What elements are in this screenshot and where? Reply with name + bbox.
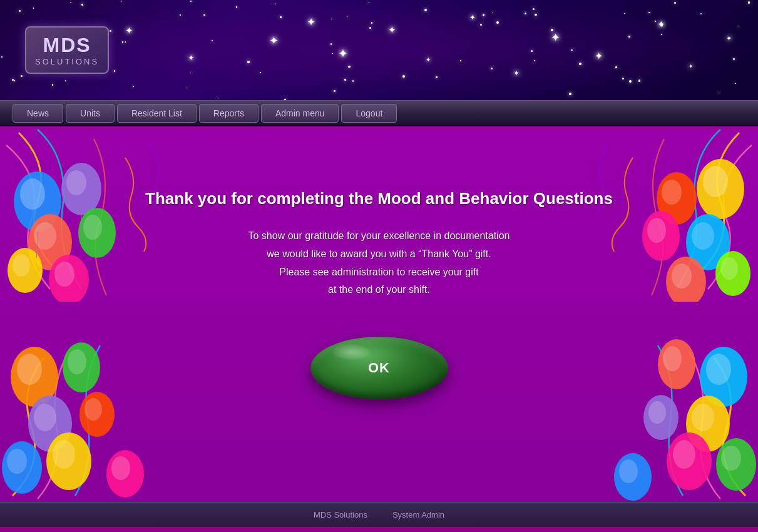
logo: MDS SOLUTIONS (25, 26, 109, 74)
svg-point-33 (7, 449, 27, 474)
svg-point-1 (20, 178, 45, 210)
message-area: Thank you for completing the Mood and Be… (145, 189, 613, 299)
svg-point-45 (648, 401, 666, 424)
svg-point-13 (703, 166, 728, 197)
svg-point-15 (662, 180, 682, 205)
body-line4: at the end of your shift. (328, 284, 430, 295)
svg-point-31 (85, 398, 102, 421)
footer-user: System Admin (392, 510, 444, 519)
logo-mds: MDS (35, 34, 99, 57)
nav-reports[interactable]: Reports (199, 104, 259, 123)
nav-admin-menu[interactable]: Admin menu (261, 104, 339, 123)
svg-point-23 (672, 263, 692, 289)
message-title: Thank you for completing the Mood and Be… (145, 189, 613, 208)
svg-point-47 (721, 446, 741, 471)
main-content: Thank you for completing the Mood and Be… (0, 126, 758, 502)
banner: MDS SOLUTIONS ✦✦✦✦✦✦✦✦✦✦✦✦✦✦ (0, 0, 758, 100)
svg-point-49 (673, 440, 695, 469)
svg-point-25 (17, 354, 42, 385)
nav-resident-list[interactable]: Resident List (117, 104, 197, 123)
nav-units[interactable]: Units (66, 104, 115, 123)
nav-news[interactable]: News (13, 104, 63, 123)
navbar: News Units Resident List Reports Admin m… (0, 100, 758, 126)
svg-point-51 (619, 459, 638, 483)
svg-point-5 (34, 222, 56, 250)
message-body: To show our gratitude for your excellenc… (145, 227, 613, 299)
svg-point-19 (647, 218, 666, 243)
balloon-decor-bottom-right (583, 327, 758, 502)
nav-logout[interactable]: Logout (341, 104, 397, 123)
ok-button[interactable]: OK (310, 337, 448, 399)
svg-point-43 (692, 404, 714, 431)
svg-point-27 (68, 349, 86, 374)
footer: MDS Solutions System Admin (0, 502, 758, 527)
svg-point-21 (720, 257, 738, 280)
footer-company: MDS Solutions (314, 510, 367, 519)
balloon-decor-bottom-left (0, 327, 175, 502)
svg-point-41 (663, 346, 682, 371)
body-line1: To show our gratitude for your excellenc… (248, 230, 510, 241)
svg-point-7 (83, 215, 102, 240)
svg-point-3 (66, 170, 86, 195)
svg-point-11 (54, 262, 74, 287)
body-line3: Please see administration to receive you… (279, 267, 478, 277)
svg-point-39 (706, 354, 731, 385)
svg-point-35 (53, 440, 75, 469)
svg-point-17 (692, 222, 714, 250)
body-line2: we would like to award you with a “Thank… (267, 248, 491, 259)
svg-point-37 (111, 456, 130, 480)
svg-point-29 (34, 404, 56, 431)
svg-point-9 (13, 254, 30, 277)
logo-solutions: SOLUTIONS (35, 57, 99, 66)
